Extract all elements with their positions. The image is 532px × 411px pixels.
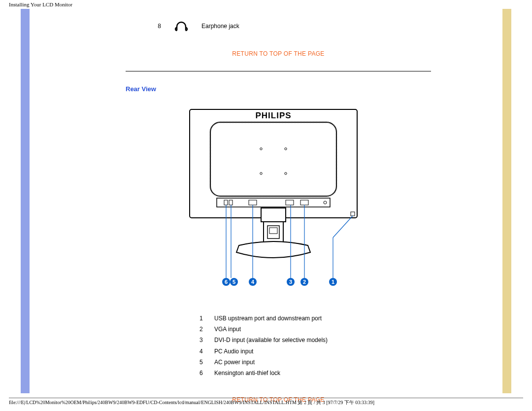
- feature-item-label: Earphone jack: [201, 23, 239, 30]
- page-body: 8 Earphone jack RETURN TO TOP OF THE PAG…: [0, 9, 532, 408]
- return-to-top-link[interactable]: RETURN TO TOP OF THE PAGE: [126, 50, 431, 57]
- callout-4: 4: [249, 278, 257, 286]
- svg-text:1: 1: [332, 279, 334, 285]
- footer-path: file:///E|/LCD%20Monitor%20OEM/Philips/2…: [9, 400, 374, 405]
- svg-line-25: [333, 216, 353, 238]
- svg-text:3: 3: [289, 279, 292, 285]
- callout-6: 6: [222, 278, 230, 286]
- list-item: 4PC Audio input: [200, 346, 431, 357]
- headphone-icon: [175, 20, 188, 33]
- list-item: 6Kensington anti-thief lock: [200, 368, 431, 378]
- feature-item-row: 8 Earphone jack: [154, 20, 431, 33]
- list-item: 5AC power input: [200, 357, 431, 368]
- left-color-bar: [21, 9, 30, 393]
- list-item: 2VGA input: [200, 324, 431, 335]
- rear-view-diagram: PHILIPS: [126, 104, 431, 298]
- divider: [126, 71, 431, 71]
- svg-text:5: 5: [233, 279, 235, 285]
- svg-rect-2: [210, 122, 336, 196]
- feature-item-number: 8: [154, 23, 161, 30]
- page-header-title: Installing Your LCD Monitor: [0, 0, 532, 9]
- page-footer: file:///E|/LCD%20Monitor%20OEM/Philips/2…: [9, 398, 523, 406]
- brand-text: PHILIPS: [255, 111, 291, 120]
- right-color-bar: [502, 9, 511, 393]
- svg-text:4: 4: [251, 279, 255, 285]
- section-heading-rear-view: Rear View: [126, 85, 431, 93]
- svg-text:2: 2: [303, 279, 306, 285]
- svg-text:6: 6: [225, 279, 228, 285]
- list-item: 1USB upstream port and downstream port: [200, 313, 431, 324]
- svg-rect-16: [261, 208, 286, 222]
- callout-5: 5: [230, 278, 238, 286]
- port-list: 1USB upstream port and downstream port 2…: [200, 313, 431, 378]
- list-item: 3DVI-D input (available for selective mo…: [200, 335, 431, 345]
- callout-3: 3: [287, 278, 295, 286]
- callout-1: 1: [329, 278, 337, 286]
- callout-2: 2: [300, 278, 308, 286]
